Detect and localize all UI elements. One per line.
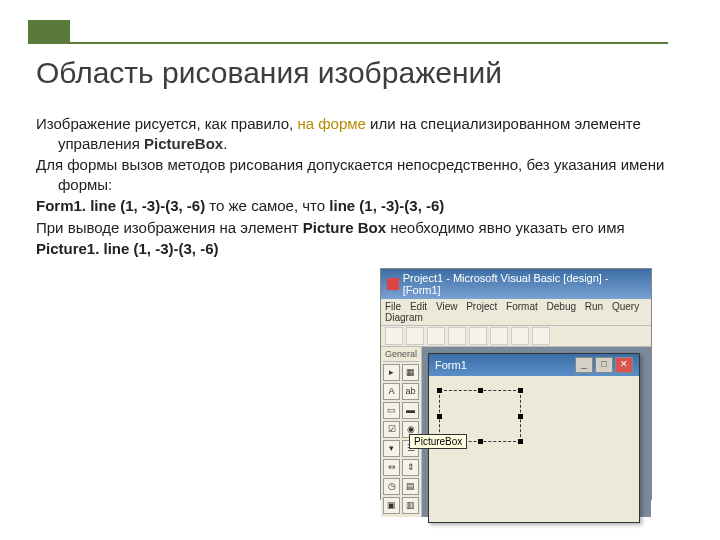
menu-edit[interactable]: Edit <box>410 301 427 312</box>
resize-handle[interactable] <box>437 388 442 393</box>
menu-view[interactable]: View <box>436 301 458 312</box>
title-rule <box>28 42 668 44</box>
toolbar-button[interactable] <box>469 327 487 345</box>
menu-run[interactable]: Run <box>585 301 603 312</box>
resize-handle[interactable] <box>478 439 483 444</box>
toolbar-button[interactable] <box>406 327 424 345</box>
paragraph-2: Для формы вызов методов рисования допуск… <box>36 155 676 194</box>
toolbox: General ▸▦ Aab ▭▬ ☑◉ ▾☰ ⇔⇕ ◷▤ ▣▥ <box>381 347 422 517</box>
tooltip: PictureBox <box>409 434 467 449</box>
tool-dir[interactable]: ▣ <box>383 497 400 514</box>
toolbar-button[interactable] <box>385 327 403 345</box>
resize-handle[interactable] <box>478 388 483 393</box>
tool-textbox[interactable]: ab <box>402 383 419 400</box>
minimize-button[interactable]: _ <box>575 357 593 373</box>
resize-handle[interactable] <box>518 439 523 444</box>
tool-button[interactable]: ▬ <box>402 402 419 419</box>
tool-hscroll[interactable]: ⇔ <box>383 459 400 476</box>
slide-title: Область рисования изображений <box>36 56 502 90</box>
close-button[interactable]: ✕ <box>615 357 633 373</box>
tool-picturebox[interactable]: ▦ <box>402 364 419 381</box>
menu-format[interactable]: Format <box>506 301 538 312</box>
tool-combobox[interactable]: ▾ <box>383 440 400 457</box>
design-area: Form1 _ □ ✕ <box>422 347 651 517</box>
menu-diagram[interactable]: Diagram <box>385 312 423 323</box>
form-title-text: Form1 <box>435 359 467 371</box>
toolbar-button[interactable] <box>448 327 466 345</box>
tool-vscroll[interactable]: ⇕ <box>402 459 419 476</box>
ide-toolbar <box>381 326 651 347</box>
paragraph-3: Form1. line (1, -3)-(3, -6) то же самое,… <box>36 196 676 216</box>
ide-titlebar: Project1 - Microsoft Visual Basic [desig… <box>381 269 651 299</box>
accent-bar <box>28 20 70 42</box>
maximize-button[interactable]: □ <box>595 357 613 373</box>
toolbar-button[interactable] <box>427 327 445 345</box>
toolbar-button[interactable] <box>490 327 508 345</box>
tool-drive[interactable]: ▤ <box>402 478 419 495</box>
ide-title: Project1 - Microsoft Visual Basic [desig… <box>403 272 645 296</box>
menu-file[interactable]: File <box>385 301 401 312</box>
tool-timer[interactable]: ◷ <box>383 478 400 495</box>
form-window[interactable]: Form1 _ □ ✕ <box>428 353 640 523</box>
tool-label[interactable]: A <box>383 383 400 400</box>
paragraph-5: Picture1. line (1, -3)-(3, -6) <box>36 239 676 259</box>
tool-file[interactable]: ▥ <box>402 497 419 514</box>
menu-debug[interactable]: Debug <box>547 301 576 312</box>
vb-ide-screenshot: Project1 - Microsoft Visual Basic [desig… <box>380 268 652 500</box>
tool-pointer[interactable]: ▸ <box>383 364 400 381</box>
vb-icon <box>387 278 399 290</box>
menu-project[interactable]: Project <box>466 301 497 312</box>
paragraph-4: При выводе изображения на элемент Pictur… <box>36 218 676 238</box>
paragraph-1: Изображение рисуется, как правило, на фо… <box>36 114 676 153</box>
resize-handle[interactable] <box>518 414 523 419</box>
form-titlebar: Form1 _ □ ✕ <box>429 354 639 376</box>
highlight-text: на форме <box>297 115 365 132</box>
slide-body: Изображение рисуется, как правило, на фо… <box>36 114 676 261</box>
tool-checkbox[interactable]: ☑ <box>383 421 400 438</box>
resize-handle[interactable] <box>518 388 523 393</box>
menu-query[interactable]: Query <box>612 301 639 312</box>
ide-menubar[interactable]: File Edit View Project Format Debug Run … <box>381 299 651 326</box>
toolbar-button[interactable] <box>511 327 529 345</box>
toolbox-label: General <box>383 349 419 362</box>
form-canvas[interactable]: PictureBox <box>429 376 639 522</box>
tool-frame[interactable]: ▭ <box>383 402 400 419</box>
resize-handle[interactable] <box>437 414 442 419</box>
toolbar-button[interactable] <box>532 327 550 345</box>
control-name: PictureBox <box>144 135 223 152</box>
